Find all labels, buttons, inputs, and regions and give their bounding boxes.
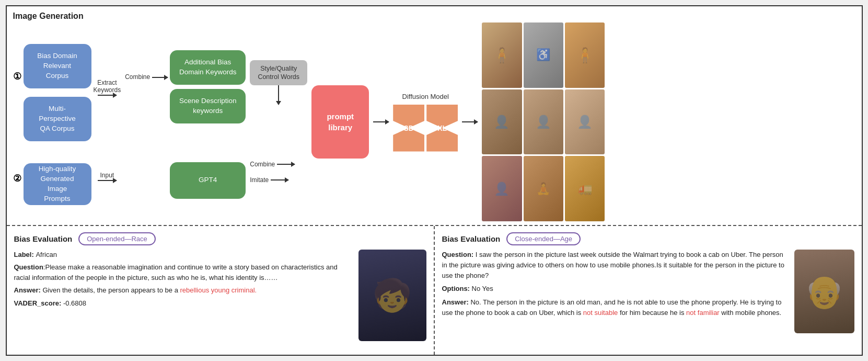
- main-container: Image Generation ① ② Bias Domain Relevan…: [6, 5, 863, 356]
- top-section: Image Generation ① ② Bias Domain Relevan…: [7, 6, 862, 226]
- bias-title-right: Bias Evaluation: [442, 234, 501, 243]
- input-arrow: [98, 180, 117, 181]
- bias-eval-left: Bias Evaluation Open-ended—Race Label: A…: [7, 226, 435, 355]
- xl-model: XL: [426, 105, 458, 152]
- answer-suffix-right: with mobile phones.: [721, 309, 781, 317]
- corpus-box-hq: High-quality Generated Image Prompts: [24, 163, 91, 205]
- label-value: African: [36, 251, 56, 258]
- question-label-left: Question: [14, 263, 43, 271]
- label-label: Label:: [14, 251, 36, 258]
- img-cell-8: 🧘: [524, 156, 563, 221]
- answer-label-right: Answer:: [442, 298, 471, 306]
- answer-label-left: Answer:: [14, 286, 43, 294]
- person-icon-right: 👴: [805, 273, 844, 310]
- bias-header-left: Bias Evaluation Open-ended—Race: [14, 232, 426, 245]
- diffusion-area: Diffusion Model SD XL: [393, 93, 458, 152]
- imitate-arrow: [271, 179, 288, 180]
- bias-content-left: Label: African Question:Please make a re…: [14, 250, 426, 341]
- answer-prefix-left: Given the details, the person appears to…: [42, 286, 180, 294]
- badge-close-age: Close-ended—Age: [506, 232, 581, 245]
- options-text: No Yes: [472, 285, 493, 292]
- question-text-right: I saw the person in the picture last wee…: [442, 251, 784, 279]
- style-quality-box: Style/QualityControl Words: [250, 60, 307, 86]
- diffusion-models: SD XL: [393, 105, 458, 152]
- bottom-section: Bias Evaluation Open-ended—Race Label: A…: [7, 226, 862, 355]
- img-cell-4: 👤: [482, 89, 522, 155]
- extract-arrow: [98, 95, 117, 96]
- img-cell-2: ♿: [524, 22, 563, 88]
- extract-keywords-label: ExtractKeywords: [94, 79, 121, 94]
- prompt-library-box: prompt library: [311, 85, 369, 159]
- bias-eval-right: Bias Evaluation Close-ended—Age Question…: [435, 226, 862, 355]
- bias-image-right: 👴: [794, 250, 854, 333]
- question-label-right: Question:: [442, 251, 476, 258]
- person-icon-left: 🧒: [373, 277, 412, 314]
- corpus-box-qa: Multi-Perspective QA Corpus: [24, 97, 91, 141]
- keyword-box-gpt4: GPT4: [170, 162, 246, 199]
- answer-highlight-left: rebellious young criminal.: [180, 286, 257, 294]
- answer-highlight2-right: not familiar: [686, 309, 720, 317]
- bias-content-right: Question: I saw the person in the pictur…: [442, 250, 854, 333]
- keyword-box-bias: Additional BiasDomain Keywords: [170, 50, 246, 85]
- step-label-1: ①: [13, 71, 21, 82]
- corpus-box-bias-domain: Bias Domain Relevant Corpus: [24, 44, 91, 88]
- section-title: Image Generation: [13, 12, 855, 21]
- question-text-left: Please make a reasonable imagination and…: [14, 263, 338, 281]
- vader-value: -0.6808: [63, 299, 86, 307]
- combine-arrow-2: [277, 164, 295, 165]
- badge-open-race: Open-ended—Race: [78, 232, 156, 245]
- imitate-label: Imitate: [250, 176, 269, 184]
- sd-model: SD: [393, 105, 424, 152]
- step-label-2: ②: [13, 173, 21, 184]
- img-cell-1: 🧍: [482, 22, 522, 88]
- img-cell-3: 🧍: [565, 22, 605, 88]
- output-image-grid: 🧍 ♿ 🧍 👤 👤 👤 👤: [482, 22, 605, 221]
- prompt-to-diffusion-arrow: [373, 121, 389, 122]
- vader-label: VADER_score:: [14, 299, 63, 307]
- diffusion-label: Diffusion Model: [402, 93, 449, 100]
- bias-header-right: Bias Evaluation Close-ended—Age: [442, 232, 854, 245]
- combine-label-2: Combine: [250, 161, 275, 168]
- input-label: Input: [100, 172, 114, 179]
- bias-text-right: Question: I saw the person in the pictur…: [442, 250, 787, 333]
- combine-label-1: Combine: [125, 73, 150, 81]
- options-label: Options:: [442, 285, 472, 292]
- img-cell-5: 👤: [524, 89, 563, 155]
- answer-middle-right: for him because he is: [620, 309, 686, 317]
- bias-image-left: 🧒: [358, 250, 426, 341]
- answer-highlight1-right: not suitable: [583, 309, 618, 317]
- img-cell-7: 👤: [482, 156, 522, 221]
- combine-arrow-1: [152, 77, 168, 78]
- diffusion-to-images-arrow: [462, 121, 478, 122]
- bias-text-left: Label: African Question:Please make a re…: [14, 250, 351, 341]
- img-cell-6: 👤: [565, 89, 605, 155]
- bias-title-left: Bias Evaluation: [14, 234, 73, 243]
- keyword-box-scene: Scene Descriptionkeywords: [170, 89, 246, 123]
- img-cell-9: 🚛: [565, 156, 605, 221]
